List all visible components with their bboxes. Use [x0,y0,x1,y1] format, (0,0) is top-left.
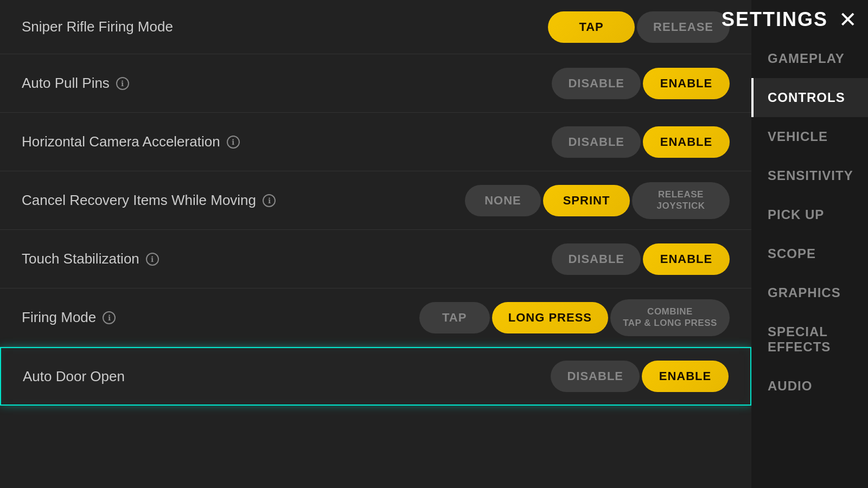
touch-stabilization-row: Touch Stabilization ℹ DISABLE ENABLE [0,230,751,288]
horiz-disable-btn[interactable]: DISABLE [552,126,641,158]
sniper-controls: TAP RELEASE [548,11,730,43]
firing-mode-controls: TAP LONG PRESS COMBINE TAP & LONG PRESS [419,299,730,336]
horiz-enable-btn[interactable]: ENABLE [643,126,730,158]
horizontal-camera-row: Horizontal Camera Acceleration ℹ DISABLE… [0,113,751,171]
sniper-label: Sniper Rifle Firing Mode [22,18,548,35]
firing-longpress-btn[interactable]: LONG PRESS [492,302,608,333]
auto-door-open-label: Auto Door Open [23,368,551,385]
horizontal-camera-info-icon[interactable]: ℹ [227,136,240,149]
sidebar-item-scope[interactable]: SCOPE [751,234,868,273]
sidebar-item-sensitivity[interactable]: SENSITIVITY [751,156,868,195]
cancel-recovery-row: Cancel Recovery Items While Moving ℹ NON… [0,171,751,230]
content-area: Sniper Rifle Firing Mode TAP RELEASE Aut… [0,0,751,488]
settings-title: SETTINGS [722,8,828,31]
auto-pull-disable-btn[interactable]: DISABLE [552,68,641,99]
sidebar-item-graphics[interactable]: GRAPHICS [751,273,868,312]
auto-pull-pins-label: Auto Pull Pins ℹ [22,75,552,92]
touch-stab-disable-btn[interactable]: DISABLE [552,243,641,275]
firing-tap-btn[interactable]: TAP [419,302,490,333]
touch-stabilization-controls: DISABLE ENABLE [552,243,730,275]
auto-pull-enable-btn[interactable]: ENABLE [643,68,730,99]
auto-door-open-row: Auto Door Open DISABLE ENABLE [0,347,751,406]
firing-combine-btn[interactable]: COMBINE TAP & LONG PRESS [610,299,730,336]
sniper-tap-btn[interactable]: TAP [548,11,635,43]
main-container: Sniper Rifle Firing Mode TAP RELEASE Aut… [0,0,868,488]
close-button[interactable]: ✕ [839,9,857,30]
sidebar-item-pickup[interactable]: PICK UP [751,195,868,234]
firing-mode-label: Firing Mode ℹ [22,309,419,326]
sidebar-item-controls[interactable]: CONTROLS [751,78,868,117]
touch-stab-info-icon[interactable]: ℹ [146,253,159,266]
auto-door-enable-btn[interactable]: ENABLE [642,361,729,392]
sidebar-item-vehicle[interactable]: VEHICLE [751,117,868,156]
touch-stabilization-label: Touch Stabilization ℹ [22,251,552,267]
horizontal-camera-label: Horizontal Camera Acceleration ℹ [22,133,552,150]
cancel-recovery-none-btn[interactable]: NONE [465,185,541,216]
cancel-recovery-info-icon[interactable]: ℹ [263,194,276,207]
sniper-rifle-row: Sniper Rifle Firing Mode TAP RELEASE [0,0,751,54]
auto-pull-pins-controls: DISABLE ENABLE [552,68,730,99]
sniper-release-btn[interactable]: RELEASE [637,11,730,43]
sidebar: SETTINGS ✕ GAMEPLAY CONTROLS VEHICLE SEN… [751,0,868,488]
sidebar-item-gameplay[interactable]: GAMEPLAY [751,39,868,78]
cancel-recovery-sprint-btn[interactable]: SPRINT [543,185,630,216]
auto-door-disable-btn[interactable]: DISABLE [551,361,640,392]
auto-pull-pins-info-icon[interactable]: ℹ [116,77,129,90]
touch-stab-enable-btn[interactable]: ENABLE [643,243,730,275]
cancel-recovery-controls: NONE SPRINT RELEASE JOYSTICK [465,182,730,219]
horizontal-camera-controls: DISABLE ENABLE [552,126,730,158]
auto-pull-pins-row: Auto Pull Pins ℹ DISABLE ENABLE [0,54,751,113]
firing-mode-row: Firing Mode ℹ TAP LONG PRESS COMBINE TAP… [0,288,751,347]
cancel-recovery-label: Cancel Recovery Items While Moving ℹ [22,192,465,209]
auto-door-open-controls: DISABLE ENABLE [551,361,729,392]
cancel-recovery-release-btn[interactable]: RELEASE JOYSTICK [632,182,730,219]
sidebar-item-audio[interactable]: AUDIO [751,367,868,406]
settings-title-bar: SETTINGS ✕ [751,0,868,39]
sidebar-item-special-effects[interactable]: SPECIAL EFFECTS [751,312,868,367]
firing-mode-info-icon[interactable]: ℹ [103,311,116,324]
